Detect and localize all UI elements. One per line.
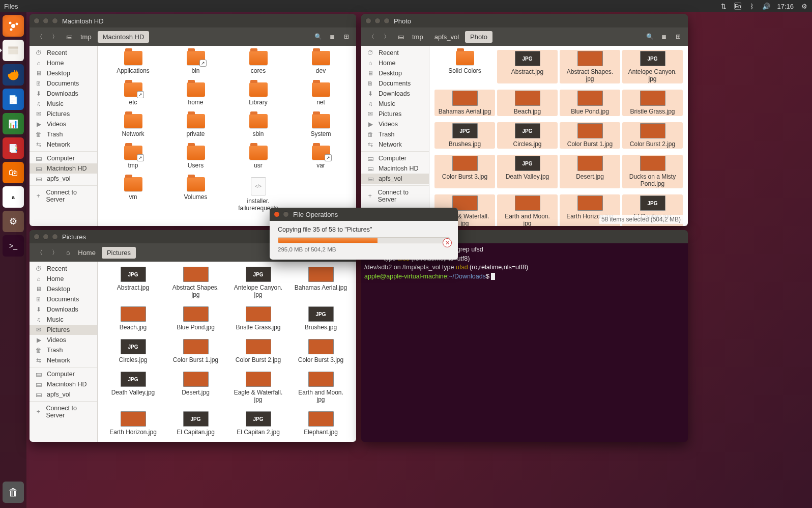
sidebar-item-documents[interactable]: 🗎Documents (30, 78, 97, 89)
minimize-button[interactable] (43, 18, 49, 24)
sidebar-item-computer[interactable]: 🖴Computer (30, 369, 97, 379)
file-item[interactable]: JPGEl Capitan.jpg (165, 410, 226, 437)
content-area[interactable]: ApplicationsbincoresdevetchomeLibrarynet… (98, 46, 356, 226)
sidebar-item-network[interactable]: ⇆Network (30, 139, 97, 150)
sidebar-item-network[interactable]: ⇆Network (30, 355, 97, 365)
file-item[interactable]: usr (228, 145, 288, 170)
close-button[interactable] (34, 18, 40, 24)
sidebar-item-home[interactable]: ⌂Home (30, 58, 97, 68)
sidebar-item-pictures[interactable]: ✉Pictures (30, 109, 97, 119)
forward-button[interactable]: 〉 (48, 30, 62, 44)
breadcrumb-tmp[interactable]: tmp (75, 31, 97, 43)
file-item[interactable]: Solid Colors (434, 50, 495, 83)
grid-view-icon[interactable]: ⊞ (340, 30, 353, 43)
keyboard-lang-indicator[interactable]: En (734, 3, 741, 10)
file-item[interactable]: Earth Horizon.jpg (103, 410, 163, 437)
file-item[interactable]: Library (228, 81, 288, 107)
sidebar-item-network[interactable]: ⇆Network (361, 139, 429, 150)
file-item[interactable]: JPGBrushes.jpg (434, 122, 495, 149)
file-item[interactable]: JPGBrushes.jpg (291, 305, 351, 332)
dash-button[interactable] (3, 15, 24, 37)
file-item[interactable]: JPGAbstract.jpg (497, 50, 558, 83)
file-item[interactable]: JPGAbstract.jpg (103, 266, 163, 299)
sidebar-item-music[interactable]: ♫Music (30, 315, 97, 325)
sidebar-item-macintosh-hd[interactable]: 🖴Macintosh HD (30, 163, 97, 174)
file-item[interactable]: cores (228, 50, 288, 75)
sidebar-item-videos[interactable]: ▶Videos (361, 119, 429, 129)
back-button[interactable]: 〈 (33, 245, 47, 260)
file-item[interactable]: Abstract Shapes. jpg (165, 266, 226, 299)
launcher-impress[interactable]: 📑 (3, 137, 24, 159)
titlebar[interactable]: Photo (361, 14, 688, 27)
file-item[interactable]: System (291, 113, 351, 138)
file-item[interactable]: Users (165, 145, 226, 170)
file-item[interactable]: JPGEl Capitan 2.jpg (228, 410, 288, 437)
sidebar-item-home[interactable]: ⌂Home (361, 58, 429, 68)
sidebar-item-macintosh-hd[interactable]: 🖴Macintosh HD (30, 379, 97, 389)
sidebar-item-pictures[interactable]: ✉Pictures (30, 325, 97, 335)
file-item[interactable]: JPGAntelope Canyon. jpg (622, 50, 683, 83)
file-item[interactable]: dev (291, 50, 351, 75)
file-item[interactable]: Color Burst 1.jpg (165, 338, 226, 364)
file-item[interactable]: Color Burst 1.jpg (560, 122, 620, 149)
grid-view-icon[interactable]: ⊞ (672, 30, 685, 43)
breadcrumb-home[interactable]: Home (73, 247, 101, 259)
file-item[interactable]: Elephant.jpg (291, 410, 351, 437)
sidebar-item-connect-to-server[interactable]: +Connect to Server (30, 403, 97, 420)
file-item[interactable]: Color Burst 3.jpg (291, 338, 351, 364)
file-item[interactable]: Blue Pond.jpg (560, 90, 620, 116)
clock[interactable]: 17:16 (777, 3, 794, 10)
sidebar-item-music[interactable]: ♫Music (30, 99, 97, 109)
sidebar-item-connect-to-server[interactable]: +Connect to Server (30, 187, 97, 205)
cancel-button[interactable]: ✕ (443, 238, 452, 247)
launcher-calc[interactable]: 📊 (3, 113, 24, 134)
file-item[interactable]: Applications (103, 50, 163, 75)
file-item[interactable]: Blue Pond.jpg (165, 305, 226, 332)
launcher-writer[interactable]: 📄 (3, 89, 24, 110)
close-button[interactable] (34, 234, 40, 240)
gear-icon[interactable]: ⚙ (801, 3, 808, 10)
launcher-settings[interactable]: ⚙ (3, 211, 24, 232)
sidebar-item-computer[interactable]: 🖴Computer (30, 153, 97, 163)
sidebar-item-documents[interactable]: 🗎Documents (30, 294, 97, 304)
maximize-button[interactable] (52, 234, 58, 240)
sidebar-item-downloads[interactable]: ⬇Downloads (30, 304, 97, 315)
file-item[interactable]: sbin (228, 113, 288, 138)
file-item[interactable]: Volumes (165, 176, 226, 213)
file-item[interactable]: Abstract Shapes. jpg (560, 50, 620, 83)
titlebar[interactable]: File Operations (270, 208, 458, 221)
sidebar-item-trash[interactable]: 🗑Trash (30, 129, 97, 139)
file-item[interactable]: Desert.jpg (560, 155, 620, 188)
launcher-files[interactable] (3, 40, 24, 61)
sidebar-item-pictures[interactable]: ✉Pictures (361, 109, 429, 119)
sidebar-item-apfs_vol[interactable]: 🖴apfs_vol (361, 174, 429, 184)
file-item[interactable]: tmp (103, 145, 163, 170)
sidebar-item-trash[interactable]: 🗑Trash (361, 129, 429, 139)
file-item[interactable]: vm (103, 176, 163, 213)
list-view-icon[interactable]: ≣ (326, 30, 339, 43)
minimize-button[interactable] (283, 211, 289, 217)
network-icon[interactable]: ⇅ (720, 3, 727, 10)
launcher-terminal[interactable]: >_ (3, 235, 24, 257)
sidebar-item-apfs_vol[interactable]: 🖴apfs_vol (30, 174, 97, 184)
file-item[interactable]: bin (165, 50, 226, 75)
file-item[interactable]: Earth and Moon. jpg (291, 371, 351, 404)
sidebar-item-documents[interactable]: 🗎Documents (361, 78, 429, 89)
close-button[interactable] (365, 18, 371, 24)
search-icon[interactable]: 🔍 (311, 30, 325, 43)
forward-button[interactable]: 〉 (48, 245, 62, 260)
sidebar-item-home[interactable]: ⌂Home (30, 274, 97, 284)
sidebar-item-downloads[interactable]: ⬇Downloads (361, 89, 429, 99)
file-item[interactable]: Bristle Grass.jpg (622, 90, 683, 116)
minimize-button[interactable] (374, 18, 381, 24)
list-view-icon[interactable]: ≣ (657, 30, 671, 43)
back-button[interactable]: 〈 (364, 30, 379, 44)
back-button[interactable]: 〈 (33, 30, 47, 44)
sidebar-item-trash[interactable]: 🗑Trash (30, 345, 97, 355)
file-item[interactable]: Desert.jpg (165, 371, 226, 404)
file-item[interactable]: Network (103, 113, 163, 138)
launcher-trash[interactable]: 🗑 (3, 482, 24, 503)
file-item[interactable]: Bristle Grass.jpg (228, 305, 288, 332)
sidebar-item-recent[interactable]: ⏱Recent (30, 264, 97, 274)
launcher-amazon[interactable]: a (3, 186, 24, 208)
